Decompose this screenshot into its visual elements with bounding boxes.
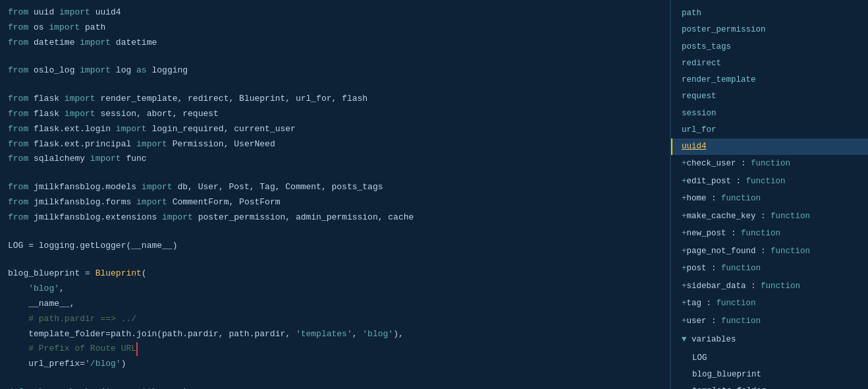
- fn-colon: :: [707, 316, 722, 326]
- code-token: flask.ext.login: [28, 124, 116, 134]
- code-token: url_prefix=: [8, 359, 85, 369]
- outline-function-item[interactable]: +edit_post : function: [671, 173, 868, 191]
- variables-section[interactable]: ▼ variables: [671, 330, 868, 350]
- code-line: [0, 372, 670, 385]
- code-token: jmilkfansblog.forms: [28, 197, 136, 207]
- variable-item[interactable]: template_folder: [671, 383, 868, 389]
- outline-item[interactable]: posts_tags: [671, 39, 868, 55]
- outline-item[interactable]: session: [671, 105, 868, 122]
- fn-type: function: [741, 229, 780, 238]
- fn-colon: :: [707, 264, 722, 273]
- fn-colon: :: [701, 299, 717, 308]
- outline-item[interactable]: uuid4: [671, 138, 868, 155]
- code-token: blog_blueprint: [8, 268, 80, 278]
- code-token: import: [90, 154, 121, 164]
- code-token: flask: [28, 109, 65, 119]
- outline-function-item[interactable]: +sidebar_data : function: [671, 278, 868, 295]
- fn-type: function: [721, 316, 761, 326]
- outline-panel: pathposter_permissionposts_tagsredirectr…: [670, 0, 868, 389]
- code-token: poster_permission, admin_permission, cac…: [193, 212, 414, 222]
- variable-item[interactable]: LOG: [671, 350, 868, 367]
- fn-type: function: [721, 264, 761, 273]
- fn-prefix: +: [682, 299, 687, 308]
- code-token: import: [142, 182, 173, 192]
- outline-function-item[interactable]: +check_user : function: [671, 155, 868, 173]
- outline-item-label: redirect: [682, 59, 721, 68]
- code-token: import: [162, 212, 193, 222]
- code-token: # Prefix of Route URL: [28, 344, 136, 353]
- code-token: os: [28, 22, 49, 32]
- fn-prefix: +: [682, 264, 687, 273]
- fn-name: new_post: [687, 229, 726, 238]
- outline-function-item[interactable]: +tag : function: [671, 295, 868, 313]
- outline-function-item[interactable]: +page_not_found : function: [671, 243, 868, 260]
- outline-item[interactable]: redirect: [671, 55, 868, 72]
- fn-type: function: [717, 299, 756, 308]
- code-line: from flask import session, abort, reques…: [0, 107, 670, 122]
- fn-colon: :: [746, 282, 761, 291]
- code-line: [0, 167, 670, 180]
- code-token: from: [8, 65, 28, 75]
- outline-function-item[interactable]: +home : function: [671, 190, 868, 208]
- code-token: Permission, UserNeed: [167, 139, 275, 149]
- outline-item[interactable]: poster_permission: [671, 22, 868, 38]
- outline-function-item[interactable]: +make_cache_key : function: [671, 208, 868, 225]
- code-token: 'templates': [296, 329, 352, 339]
- code-line: template_folder=path.join(path.pardir, p…: [0, 327, 670, 342]
- outline-function-item[interactable]: +post : function: [671, 260, 868, 278]
- code-line: from flask.ext.principal import Permissi…: [0, 137, 670, 152]
- code-line: def make_cache_key(*args, **kwargs):: [0, 385, 670, 389]
- code-token: ): [121, 359, 126, 369]
- outline-item[interactable]: request: [671, 88, 868, 105]
- outline-item-label: render_template: [682, 75, 756, 84]
- code-token: [8, 284, 28, 293]
- code-token: [8, 344, 28, 353]
- code-token: [8, 314, 28, 324]
- code-token: template_folder=path.join(path.pardir, p…: [8, 329, 296, 339]
- fn-name: home: [687, 194, 707, 203]
- code-token: uuid4: [90, 7, 121, 17]
- code-token: = logging.getLogger(__name__): [23, 241, 177, 251]
- code-token: ,: [70, 299, 75, 309]
- fn-type: function: [721, 194, 761, 203]
- code-token: from: [8, 154, 28, 164]
- outline-function-item[interactable]: +new_post : function: [671, 225, 868, 243]
- fn-type: function: [751, 159, 790, 168]
- outline-item[interactable]: url_for: [671, 122, 868, 138]
- fn-name: user: [687, 316, 707, 326]
- code-line: url_prefix='/blog'): [0, 357, 670, 372]
- fn-name: tag: [687, 299, 702, 308]
- code-token: LOG: [8, 241, 23, 251]
- outline-function-item[interactable]: +user : function: [671, 313, 868, 330]
- code-token: datetime: [111, 38, 157, 47]
- code-token: ,: [352, 329, 363, 339]
- code-token: 'blog': [28, 284, 59, 293]
- fn-name: sidebar_data: [687, 282, 746, 291]
- code-line: from jmilkfansblog.extensions import pos…: [0, 210, 670, 225]
- cursor: [136, 342, 138, 356]
- variable-item[interactable]: blog_blueprint: [671, 367, 868, 383]
- fn-prefix: +: [682, 212, 687, 221]
- fn-prefix: +: [682, 159, 687, 168]
- code-token: from: [8, 22, 28, 32]
- fn-name: check_user: [687, 159, 736, 168]
- code-token: oslo_log: [28, 65, 80, 75]
- code-token: from: [8, 124, 28, 134]
- code-token: CommentForm, PostForm: [167, 197, 281, 207]
- code-line: from oslo_log import log as logging: [0, 63, 670, 78]
- outline-item[interactable]: render_template: [671, 72, 868, 88]
- fn-colon: :: [756, 247, 771, 256]
- code-token: ),: [393, 329, 404, 339]
- code-token: render_template, redirect, Blueprint, ur…: [95, 94, 367, 104]
- outline-item[interactable]: path: [671, 5, 868, 22]
- fn-colon: :: [731, 177, 746, 186]
- code-token: [8, 299, 28, 309]
- code-line: [0, 50, 670, 63]
- code-token: 'blog': [362, 329, 393, 339]
- fn-type: function: [771, 212, 810, 221]
- code-token: session, abort, request: [95, 109, 219, 119]
- code-token: from: [8, 94, 28, 104]
- code-token: path: [80, 22, 105, 32]
- code-token: db, User, Post, Tag, Comment, posts_tags: [173, 182, 383, 192]
- code-token: import: [136, 197, 167, 207]
